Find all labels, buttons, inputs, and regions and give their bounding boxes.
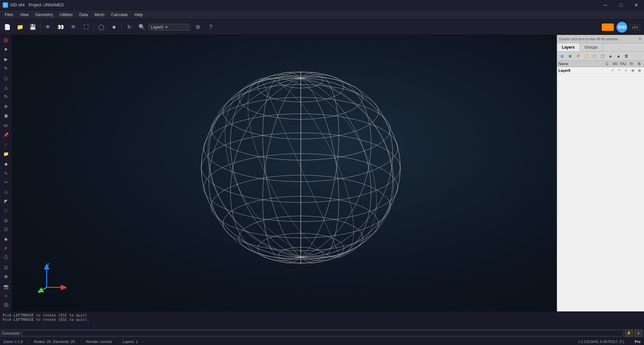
menu-geometry[interactable]: Geometry bbox=[32, 11, 56, 18]
gid-logo: GiD bbox=[616, 22, 627, 33]
box-tool[interactable]: □ bbox=[1, 206, 11, 214]
grid-tool[interactable]: ☷ bbox=[1, 263, 11, 272]
menu-utilities[interactable]: Utilities bbox=[56, 11, 76, 18]
bezier-tool[interactable]: ◤ bbox=[1, 197, 11, 205]
line-tool[interactable]: ∕ bbox=[1, 140, 11, 149]
cross-tool[interactable]: ✗ bbox=[1, 244, 11, 253]
curve-tool[interactable]: ∿ bbox=[1, 168, 11, 177]
command-bar: Command: ⚡ ⇓ bbox=[0, 328, 644, 338]
layers-trash-icon[interactable]: 🗑 bbox=[623, 53, 630, 59]
close-button[interactable]: ✕ bbox=[629, 0, 644, 10]
menu-help[interactable]: Help bbox=[131, 11, 146, 18]
col-c: C bbox=[604, 62, 610, 66]
info-tool[interactable]: ⓘ bbox=[1, 253, 11, 262]
copy-tool[interactable]: ▣ bbox=[1, 111, 11, 120]
status-pre: Pre bbox=[629, 340, 641, 344]
pointer-tool[interactable]: ▶ bbox=[1, 55, 11, 63]
view-btn-2[interactable]: 👀 bbox=[55, 21, 67, 33]
polygon-tool[interactable]: △ bbox=[1, 83, 11, 92]
settings2-tool[interactable]: ⚙ bbox=[1, 309, 11, 311]
cmd-lightning-btn[interactable]: ⚡ bbox=[625, 330, 633, 337]
layers-filter-icon[interactable]: ▲ bbox=[607, 53, 614, 59]
layer-dropdown[interactable]: Layer0 ▼ bbox=[149, 24, 189, 31]
status-coords: ( 0.1151643, 0.4575317, 0 ) bbox=[573, 340, 629, 344]
panel-close-icon[interactable]: ✕ bbox=[638, 36, 642, 42]
log-line-2: Pick LEFTMOUSE to rotate (ESC to quit). bbox=[3, 317, 641, 322]
nav-back-icon[interactable]: → bbox=[602, 23, 614, 31]
tab-layers[interactable]: Layers bbox=[557, 43, 580, 51]
layers-copy-icon[interactable]: □ bbox=[591, 53, 598, 59]
move-tool[interactable]: ✜ bbox=[1, 102, 11, 111]
layers-visible-icon[interactable]: ◯ bbox=[583, 53, 590, 59]
open-button[interactable]: 📁 bbox=[14, 21, 26, 33]
version-badge: v14 bbox=[630, 24, 640, 30]
view-btn-1[interactable]: 👁 bbox=[42, 21, 54, 33]
layer-dropdown-value: Layer0 bbox=[151, 25, 163, 30]
layer-star-icon: ★ bbox=[623, 68, 629, 72]
layer-name: Layer0 bbox=[558, 68, 609, 72]
layers-color-icon[interactable]: ◼ bbox=[567, 53, 574, 59]
wave-tool[interactable]: ∾ bbox=[1, 178, 11, 186]
arrow-tool[interactable]: ◾ bbox=[1, 291, 11, 300]
globe-tool[interactable]: ⚫ bbox=[1, 300, 11, 309]
status-layers: Layers: 1 bbox=[117, 340, 144, 344]
new-button[interactable]: 📄 bbox=[1, 21, 13, 33]
menu-data[interactable]: Data bbox=[76, 11, 91, 18]
arc-tool[interactable]: ↻ bbox=[1, 92, 11, 101]
record-btn[interactable]: ◯ bbox=[95, 21, 107, 33]
select-tool[interactable]: ⨁ bbox=[1, 36, 11, 44]
menu-mesh[interactable]: Mesh bbox=[91, 11, 108, 18]
draw-tool[interactable]: ■ bbox=[1, 45, 11, 53]
status-mesh: Nodes: 2K, Elements: 2K bbox=[29, 340, 81, 344]
tab-groups[interactable]: Groups bbox=[580, 43, 603, 51]
layers-paste-icon[interactable]: ▢ bbox=[599, 53, 606, 59]
svg-text:x: x bbox=[64, 285, 67, 290]
viewport[interactable]: z x y bbox=[12, 35, 557, 311]
command-label: Command: bbox=[2, 331, 20, 335]
paint-tool[interactable]: ☑ bbox=[1, 225, 11, 234]
fullscreen-btn[interactable]: ⛶ bbox=[80, 21, 92, 33]
pencil-tool[interactable]: ✎ bbox=[1, 64, 11, 72]
minimize-button[interactable]: ─ bbox=[598, 0, 613, 10]
layers-up-icon[interactable]: ▲ bbox=[615, 53, 622, 59]
right-panel-header[interactable]: Double click here to tear off the window… bbox=[557, 35, 644, 43]
status-zoom: Zoom: x 1.8 bbox=[3, 340, 29, 344]
layers-list: Layer0 ✓ ✎ ★ ▣ ▣ bbox=[557, 67, 644, 311]
settings-btn[interactable]: ⚙ bbox=[192, 21, 204, 33]
node-tool[interactable]: ◆ bbox=[1, 159, 11, 168]
menu-calculate[interactable]: Calculate bbox=[108, 11, 131, 18]
rect-tool[interactable]: ◻ bbox=[1, 74, 11, 83]
cmd-scroll-btn[interactable]: ⇓ bbox=[635, 330, 642, 337]
layers-delete-icon[interactable]: ✗ bbox=[575, 53, 582, 59]
layer-row[interactable]: Layer0 ✓ ✎ ★ ▣ ▣ bbox=[557, 67, 644, 74]
zoom-btn[interactable]: 🔍 bbox=[136, 21, 148, 33]
dimension-tool[interactable]: •E• bbox=[1, 121, 11, 130]
rotate-btn[interactable]: ↻ bbox=[123, 21, 135, 33]
folder-tool[interactable]: 📁 bbox=[1, 149, 11, 158]
menu-view[interactable]: View bbox=[16, 11, 32, 18]
star-tool[interactable]: ✱ bbox=[1, 235, 11, 244]
toolbar-separator-4 bbox=[190, 23, 191, 32]
snapshot-btn[interactable]: ■ bbox=[108, 21, 120, 33]
layers-toolbar: ◼ ◼ ✗ ◯ □ ▢ ▲ ▲ 🗑 bbox=[557, 52, 644, 61]
sphere-tool[interactable]: ◎ bbox=[1, 216, 11, 225]
toolbar-separator-1 bbox=[40, 23, 41, 32]
measure-tool[interactable]: 📌 bbox=[1, 130, 11, 139]
camera-tool[interactable]: 📸 bbox=[1, 282, 11, 291]
maximize-button[interactable]: □ bbox=[613, 0, 629, 10]
save-button[interactable]: 💾 bbox=[27, 21, 39, 33]
svg-text:y: y bbox=[38, 289, 40, 293]
sphere-wireframe bbox=[12, 35, 557, 311]
command-input[interactable] bbox=[22, 330, 623, 336]
help-btn[interactable]: ? bbox=[205, 21, 217, 33]
layer-check-icon: ✓ bbox=[609, 68, 616, 72]
dropdown-arrow-icon: ▼ bbox=[165, 25, 169, 30]
col-b: B bbox=[636, 62, 643, 66]
layers-add-icon[interactable]: ◼ bbox=[558, 53, 566, 59]
right-panel: Double click here to tear off the window… bbox=[557, 35, 644, 311]
diamond-tool[interactable]: ◇ bbox=[1, 188, 11, 196]
view-btn-3[interactable]: 👁 bbox=[67, 21, 79, 33]
statusbar: Zoom: x 1.8 Nodes: 2K, Elements: 2K Rend… bbox=[0, 338, 644, 345]
grid2-tool[interactable]: ☸ bbox=[1, 272, 11, 281]
menu-files[interactable]: Files bbox=[1, 11, 16, 18]
